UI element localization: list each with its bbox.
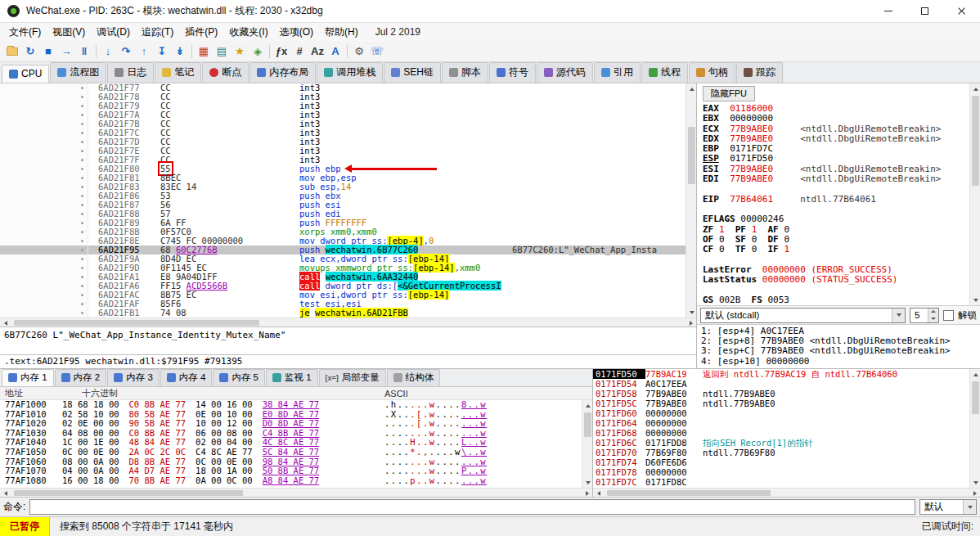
- stack-row[interactable]: 0171FD74D60FE6D6: [593, 457, 969, 467]
- help-phone-icon[interactable]: ☏: [368, 43, 386, 60]
- dump-hscroll-thumb[interactable]: [14, 490, 243, 496]
- pause-icon[interactable]: ‖: [75, 43, 93, 60]
- breakpoint-gutter[interactable]: [0, 191, 88, 200]
- dump-row[interactable]: 77AF10500C 00 0E 002A 0C 2C 0CC4 8C AE 7…: [0, 448, 582, 457]
- scroll-up-icon[interactable]: [686, 83, 697, 94]
- disasm-scroll-track[interactable]: [686, 94, 696, 307]
- register-line[interactable]: CF 0 TF 0 IF 1: [703, 245, 969, 254]
- run-to-cursor-icon[interactable]: ↧: [153, 43, 171, 60]
- stack-row[interactable]: 0171FD7077B69F80ntdll.77B69F80: [593, 448, 969, 457]
- stack-row[interactable]: 0171FD6C0171FDD8指向SEH_Record[1]的指针: [593, 438, 969, 448]
- stack-row[interactable]: 0171FD54A0C17EEA: [593, 379, 969, 389]
- menu-item-2[interactable]: 调试(D): [91, 24, 136, 41]
- breakpoint-gutter[interactable]: [0, 218, 88, 227]
- tab-dump-2[interactable]: 内存 2: [55, 369, 107, 386]
- tab-source[interactable]: 源代码: [537, 62, 593, 83]
- breakpoint-gutter[interactable]: [0, 245, 88, 254]
- stack-scroll-track[interactable]: [970, 380, 980, 477]
- argument-line[interactable]: 3: [esp+C] 77B9ABE0 <ntdll.DbgUiRemoteBr…: [701, 346, 976, 356]
- command-combo[interactable]: 默认: [919, 499, 977, 515]
- tab-dump-3[interactable]: 内存 3: [107, 369, 160, 386]
- dump-scrollbar[interactable]: [582, 400, 592, 488]
- tab-dump-5[interactable]: 内存 5: [213, 369, 265, 386]
- command-input[interactable]: [29, 499, 915, 515]
- stack-row[interactable]: 0171FD6000000000: [593, 408, 969, 418]
- register-line[interactable]: GS 002B FS 0053: [703, 295, 969, 305]
- unlock-checkbox[interactable]: [943, 310, 954, 321]
- favourites-icon[interactable]: ★: [231, 43, 249, 60]
- stack-row[interactable]: 0171FD7800000000: [593, 467, 969, 477]
- menu-item-3[interactable]: 追踪(T): [136, 24, 179, 41]
- tab-handles[interactable]: 句柄: [689, 62, 735, 83]
- registers-scroll-thumb[interactable]: [972, 96, 979, 186]
- chevron-down-icon[interactable]: [963, 500, 976, 514]
- breakpoint-gutter[interactable]: [0, 254, 88, 263]
- calling-convention-select[interactable]: 默认 (stdcall): [700, 308, 906, 323]
- breakpoint-gutter[interactable]: [0, 173, 88, 182]
- stack-scroll-thumb[interactable]: [972, 381, 979, 414]
- breakpoint-gutter[interactable]: [0, 309, 88, 318]
- settings-gear-icon[interactable]: ⚙: [350, 43, 368, 60]
- script-icon[interactable]: ▤: [213, 43, 231, 60]
- breakpoint-gutter[interactable]: [0, 227, 88, 236]
- tab-dump-4[interactable]: 内存 4: [160, 369, 213, 386]
- step-into-icon[interactable]: ↓: [99, 43, 117, 60]
- tab-struct[interactable]: 结构体: [387, 369, 441, 386]
- assembler-icon[interactable]: A: [326, 43, 344, 60]
- scroll-up-icon[interactable]: [582, 400, 592, 411]
- tab-notes[interactable]: 笔记: [155, 62, 201, 83]
- step-out-icon[interactable]: ↑: [135, 43, 153, 60]
- breakpoint-gutter[interactable]: [0, 200, 88, 209]
- stack-scrollbar[interactable]: [969, 369, 980, 488]
- scroll-up-icon[interactable]: [970, 83, 980, 94]
- menu-item-0[interactable]: 文件(F): [3, 24, 47, 41]
- tab-seh-chain[interactable]: SEH链: [384, 62, 441, 83]
- menu-item-6[interactable]: 选项(O): [274, 24, 319, 41]
- dump-hscroll-track[interactable]: [11, 489, 582, 497]
- stepper-up-icon[interactable]: [928, 309, 938, 316]
- tab-breakpoints[interactable]: 断点: [202, 62, 249, 83]
- title-bar[interactable]: WeChat.exe - PID: 263C - 模块: wechatwin.d…: [0, 0, 980, 23]
- scroll-down-icon[interactable]: [582, 477, 592, 488]
- breakpoint-gutter[interactable]: [0, 300, 88, 309]
- stack-hscroll-thumb[interactable]: [607, 490, 771, 496]
- restart-icon[interactable]: ↻: [21, 43, 39, 60]
- dump-row[interactable]: 77AF107004 00 0A 00A4 D7 AE 7718 00 1A 0…: [0, 466, 582, 476]
- breakpoint-gutter[interactable]: [0, 128, 88, 137]
- graph-icon[interactable]: ◈: [249, 43, 267, 60]
- disasm-hscrollbar[interactable]: [0, 318, 696, 327]
- breakpoint-gutter[interactable]: [0, 92, 88, 101]
- stack-row[interactable]: 0171FD7C0171FD8C: [593, 477, 969, 487]
- disassembly-view[interactable]: 6AD21F77CCint36AD21F78CCint36AD21F79CCin…: [0, 83, 696, 318]
- tab-dump-1[interactable]: 内存 1: [2, 369, 54, 386]
- tab-cpu[interactable]: CPU: [2, 65, 49, 83]
- disasm-scrollbar[interactable]: [686, 83, 696, 318]
- minimize-button[interactable]: [870, 0, 906, 22]
- breakpoint-gutter[interactable]: [0, 146, 88, 155]
- tab-graph[interactable]: 流程图: [50, 62, 106, 83]
- stack-row[interactable]: 0171FD5877B9ABE0ntdll.77B9ABE0: [593, 389, 969, 399]
- menu-item-5[interactable]: 收藏夹(I): [223, 24, 273, 41]
- close-button[interactable]: [943, 0, 980, 22]
- scroll-down-icon[interactable]: [686, 307, 697, 318]
- dump-hscrollbar[interactable]: [0, 488, 592, 497]
- tab-locals[interactable]: [x=]局部变量: [319, 369, 386, 386]
- menu-item-7[interactable]: 帮助(H): [319, 24, 364, 41]
- breakpoint-gutter[interactable]: [0, 110, 88, 119]
- breakpoint-gutter[interactable]: [0, 164, 88, 173]
- stack-hscroll-track[interactable]: [604, 489, 969, 497]
- disasm-hscroll-track[interactable]: [11, 318, 686, 327]
- registers-list[interactable]: 隐藏FPU EAX 01186000EBX 00000000ECX 77B9AB…: [697, 83, 969, 305]
- breakpoint-gutter[interactable]: [0, 137, 88, 146]
- chevron-down-icon[interactable]: [892, 309, 905, 322]
- dump-row[interactable]: 77AF108016 00 18 0070 8B AE 770A 00 0C 0…: [0, 476, 582, 486]
- tab-call-stack[interactable]: 调用堆栈: [317, 62, 383, 83]
- breakpoint-gutter[interactable]: [0, 209, 88, 218]
- fx-expression-icon[interactable]: ƒx: [272, 43, 290, 60]
- string-search-icon[interactable]: Az: [308, 43, 326, 60]
- tab-symbols[interactable]: 符号: [489, 62, 536, 83]
- breakpoint-gutter[interactable]: [0, 282, 88, 291]
- breakpoint-gutter[interactable]: [0, 155, 88, 164]
- stack-hscrollbar[interactable]: [593, 488, 980, 497]
- register-line[interactable]: LastStatus 00000000 (STATUS_SUCCESS): [703, 275, 969, 285]
